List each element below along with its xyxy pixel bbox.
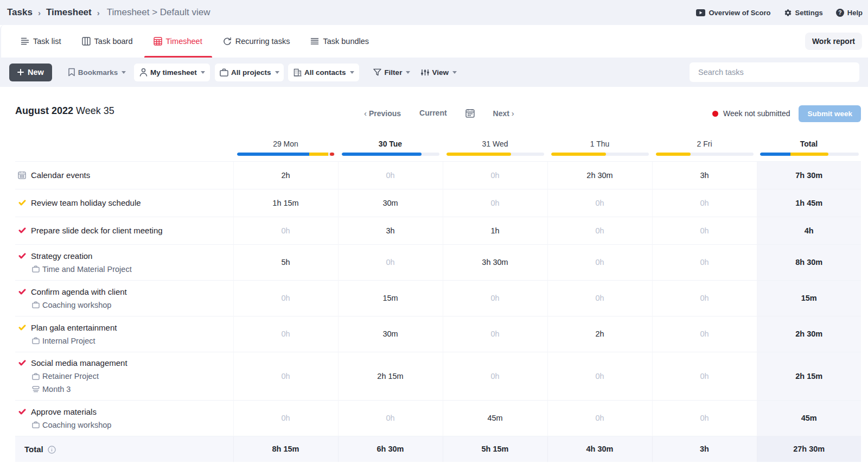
svg-text:?: ? [838, 10, 841, 16]
